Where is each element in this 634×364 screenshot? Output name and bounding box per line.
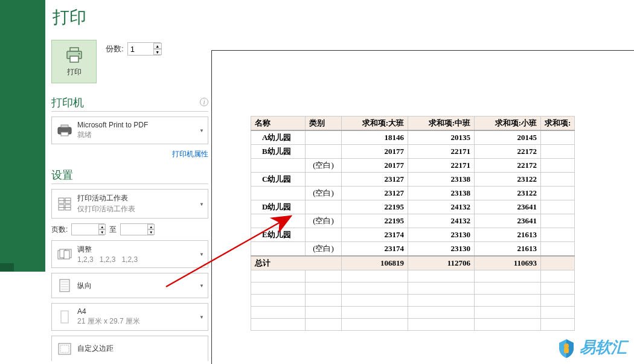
svg-point-26 [564,343,569,348]
paper-icon [57,310,72,324]
paper-size-selector[interactable]: A4 21 厘米 x 29.7 厘米 ▼ [51,303,208,331]
table-row [251,307,575,319]
printer-section-label: 打印机 [51,97,84,109]
settings-section-label: 设置 [51,169,73,181]
svg-rect-2 [70,56,78,62]
info-icon[interactable]: i [200,98,208,106]
print-button-label: 打印 [67,67,82,77]
chevron-down-icon: ▼ [199,283,204,289]
print-what-desc: 仅打印活动工作表 [77,204,135,214]
col-z: 求和项:中班 [408,117,475,131]
svg-rect-22 [61,311,68,323]
table-row: D幼儿园221952413223641 [251,200,575,214]
page-to-up[interactable]: ▲ [147,224,155,229]
svg-rect-0 [70,48,78,51]
table-row: (空白)221952413223641 [251,214,575,228]
collate-desc: 1,2,3 1,2,3 1,2,3 [77,255,138,264]
page-from-down[interactable]: ▼ [98,229,106,235]
col-d: 求和项:大班 [342,117,408,131]
table-row: E幼儿园231742313021613 [251,228,575,242]
collate-selector[interactable]: 调整 1,2,3 1,2,3 1,2,3 ▼ [51,240,208,268]
chevron-down-icon: ▼ [199,252,204,257]
page-title: 打印 [53,6,634,29]
table-row: (空白)231272313823122 [251,187,575,200]
watermark-icon [558,338,575,357]
watermark-text: 易软汇 [580,337,627,358]
table-row [251,295,575,307]
printer-section-header: 打印机 i [51,95,208,112]
settings-section-header: 设置 [51,168,208,184]
svg-rect-27 [564,348,569,353]
margins-selector[interactable]: 自定义边距 [51,336,208,361]
orientation-label: 纵向 [77,281,92,291]
sheets-icon [57,197,72,211]
print-button[interactable]: 打印 [51,40,97,83]
svg-rect-16 [64,251,69,259]
col-x: 求和项:小班 [475,117,541,131]
copies-label: 份数: [106,43,124,54]
table-row: A幼儿园181462013520145 [251,130,575,145]
table-row: (空白)201772217122172 [251,159,575,173]
total-row: 总计106819112706110693 [251,256,575,270]
page-range-to: 至 [109,225,117,235]
table-row [251,270,575,283]
copies-field: 份数: ▲ ▼ [106,42,162,56]
print-preview: 名称 类别 求和项:大班 求和项:中班 求和项:小班 求和项: A幼儿园1814… [211,50,634,364]
printer-icon [65,46,84,63]
page-range: 页数: ▲ ▼ 至 ▲ ▼ [51,223,208,235]
col-name: 名称 [251,117,306,131]
table-row: B幼儿园201772217122172 [251,145,575,159]
svg-point-3 [78,53,80,54]
printer-properties-link[interactable]: 打印机属性 [172,150,208,158]
print-settings-panel: 打印 份数: ▲ ▼ 打印机 i [51,40,208,361]
col-extra: 求和项: [541,117,575,131]
svg-rect-17 [60,279,69,292]
printer-status: 就绪 [77,130,148,140]
orientation-selector[interactable]: 纵向 ▼ [51,273,208,298]
svg-rect-5 [61,125,68,127]
table-row: C幼儿园231272313823122 [251,173,575,187]
table-row [251,283,575,295]
table-row [251,319,575,331]
print-what-selector[interactable]: 打印活动工作表 仅打印活动工作表 ▼ [51,189,208,219]
collate-label: 调整 [77,244,138,255]
col-cat: 类别 [306,117,342,131]
portrait-icon [57,279,72,292]
page-to-down[interactable]: ▼ [147,229,155,235]
printer-name: Microsoft Print to PDF [77,121,148,129]
copies-spin-up[interactable]: ▲ [153,43,162,49]
watermark: 易软汇 [558,337,627,358]
paper-label: A4 [77,307,140,316]
backstage-nav-sidebar[interactable] [0,0,45,272]
chevron-down-icon: ▼ [199,128,204,133]
printer-device-icon [57,124,72,136]
page-from-up[interactable]: ▲ [98,224,106,229]
table-row: (空白)231742313021613 [251,242,575,257]
margins-label: 自定义边距 [77,343,114,354]
print-what-label: 打印活动工作表 [77,193,135,203]
margins-icon [57,343,72,355]
pivot-table: 名称 类别 求和项:大班 求和项:中班 求和项:小班 求和项: A幼儿园1814… [251,116,575,331]
chevron-down-icon: ▼ [199,315,204,320]
printer-selector[interactable]: Microsoft Print to PDF 就绪 ▼ [51,117,208,144]
copies-spin-down[interactable]: ▼ [153,49,162,55]
chevron-down-icon: ▼ [199,201,204,206]
collate-icon [57,247,72,261]
svg-rect-6 [61,132,68,136]
paper-desc: 21 厘米 x 29.7 厘米 [77,316,140,327]
page-range-label: 页数: [51,225,68,235]
